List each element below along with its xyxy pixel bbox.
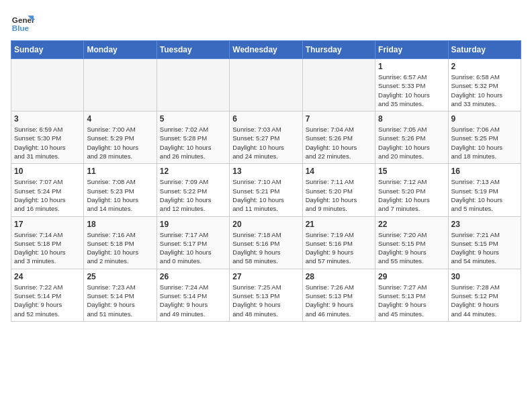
- day-info: Sunrise: 7:21 AM Sunset: 5:15 PM Dayligh…: [451, 230, 518, 266]
- calendar-cell: 3Sunrise: 6:59 AM Sunset: 5:30 PM Daylig…: [11, 111, 84, 164]
- calendar-cell: 14Sunrise: 7:11 AM Sunset: 5:20 PM Dayli…: [302, 164, 375, 216]
- day-number: 10: [14, 167, 81, 176]
- calendar-cell: 8Sunrise: 7:05 AM Sunset: 5:26 PM Daylig…: [375, 111, 448, 164]
- day-info: Sunrise: 7:02 AM Sunset: 5:28 PM Dayligh…: [160, 125, 226, 161]
- day-info: Sunrise: 7:11 AM Sunset: 5:20 PM Dayligh…: [306, 177, 372, 213]
- page-header: General Blue: [11, 11, 521, 35]
- weekday-header-saturday: Saturday: [448, 41, 521, 59]
- calendar-cell: 21Sunrise: 7:19 AM Sunset: 5:16 PM Dayli…: [302, 216, 375, 269]
- calendar-cell: 7Sunrise: 7:04 AM Sunset: 5:26 PM Daylig…: [302, 111, 375, 164]
- day-number: 5: [160, 114, 226, 124]
- calendar-table: SundayMondayTuesdayWednesdayThursdayFrid…: [11, 40, 521, 322]
- logo: General Blue: [11, 11, 35, 35]
- svg-text:Blue: Blue: [12, 24, 30, 32]
- day-info: Sunrise: 7:14 AM Sunset: 5:18 PM Dayligh…: [14, 230, 81, 266]
- day-number: 21: [306, 220, 372, 229]
- day-number: 20: [232, 220, 299, 229]
- day-info: Sunrise: 7:09 AM Sunset: 5:22 PM Dayligh…: [160, 177, 226, 213]
- weekday-header-tuesday: Tuesday: [157, 41, 229, 59]
- calendar-cell: 4Sunrise: 7:00 AM Sunset: 5:29 PM Daylig…: [84, 111, 157, 164]
- day-info: Sunrise: 7:23 AM Sunset: 5:14 PM Dayligh…: [87, 283, 153, 318]
- calendar-cell: 20Sunrise: 7:18 AM Sunset: 5:16 PM Dayli…: [230, 216, 302, 269]
- calendar-cell: 30Sunrise: 7:28 AM Sunset: 5:12 PM Dayli…: [448, 269, 521, 321]
- calendar-week-5: 24Sunrise: 7:22 AM Sunset: 5:14 PM Dayli…: [11, 269, 521, 321]
- day-info: Sunrise: 7:00 AM Sunset: 5:29 PM Dayligh…: [87, 125, 153, 161]
- calendar-cell: [230, 59, 302, 111]
- day-number: 22: [378, 220, 445, 229]
- day-number: 17: [14, 220, 81, 229]
- day-number: 29: [378, 272, 445, 281]
- calendar-cell: 17Sunrise: 7:14 AM Sunset: 5:18 PM Dayli…: [11, 216, 84, 269]
- calendar-cell: 18Sunrise: 7:16 AM Sunset: 5:18 PM Dayli…: [84, 216, 157, 269]
- calendar-cell: 19Sunrise: 7:17 AM Sunset: 5:17 PM Dayli…: [157, 216, 229, 269]
- day-info: Sunrise: 7:06 AM Sunset: 5:25 PM Dayligh…: [451, 125, 518, 161]
- day-info: Sunrise: 7:04 AM Sunset: 5:26 PM Dayligh…: [306, 125, 372, 161]
- calendar-cell: 1Sunrise: 6:57 AM Sunset: 5:33 PM Daylig…: [375, 59, 448, 111]
- day-number: 19: [160, 220, 226, 229]
- day-number: 9: [451, 114, 518, 124]
- weekday-header-row: SundayMondayTuesdayWednesdayThursdayFrid…: [11, 41, 521, 59]
- day-info: Sunrise: 7:07 AM Sunset: 5:24 PM Dayligh…: [14, 177, 81, 213]
- day-number: 23: [451, 220, 518, 229]
- calendar-week-1: 1Sunrise: 6:57 AM Sunset: 5:33 PM Daylig…: [11, 59, 521, 111]
- weekday-header-thursday: Thursday: [302, 41, 375, 59]
- day-number: 16: [451, 167, 518, 176]
- day-info: Sunrise: 7:13 AM Sunset: 5:19 PM Dayligh…: [451, 177, 518, 213]
- calendar-cell: 16Sunrise: 7:13 AM Sunset: 5:19 PM Dayli…: [448, 164, 521, 216]
- calendar-cell: [11, 59, 84, 111]
- day-info: Sunrise: 6:59 AM Sunset: 5:30 PM Dayligh…: [14, 125, 81, 161]
- calendar-cell: 28Sunrise: 7:26 AM Sunset: 5:13 PM Dayli…: [302, 269, 375, 321]
- calendar-cell: 26Sunrise: 7:24 AM Sunset: 5:14 PM Dayli…: [157, 269, 229, 321]
- calendar-cell: [302, 59, 375, 111]
- day-number: 2: [451, 62, 518, 71]
- day-number: 11: [87, 167, 153, 176]
- logo-icon: General Blue: [11, 11, 35, 35]
- calendar-cell: 29Sunrise: 7:27 AM Sunset: 5:13 PM Dayli…: [375, 269, 448, 321]
- day-number: 1: [378, 62, 445, 71]
- calendar-cell: 12Sunrise: 7:09 AM Sunset: 5:22 PM Dayli…: [157, 164, 229, 216]
- calendar-cell: 22Sunrise: 7:20 AM Sunset: 5:15 PM Dayli…: [375, 216, 448, 269]
- day-info: Sunrise: 7:16 AM Sunset: 5:18 PM Dayligh…: [87, 230, 153, 266]
- day-info: Sunrise: 7:03 AM Sunset: 5:27 PM Dayligh…: [232, 125, 299, 161]
- day-info: Sunrise: 7:12 AM Sunset: 5:20 PM Dayligh…: [378, 177, 445, 213]
- weekday-header-friday: Friday: [375, 41, 448, 59]
- day-info: Sunrise: 7:20 AM Sunset: 5:15 PM Dayligh…: [378, 230, 445, 266]
- calendar-cell: 23Sunrise: 7:21 AM Sunset: 5:15 PM Dayli…: [448, 216, 521, 269]
- day-info: Sunrise: 7:17 AM Sunset: 5:17 PM Dayligh…: [160, 230, 226, 266]
- day-number: 18: [87, 220, 153, 229]
- day-info: Sunrise: 6:58 AM Sunset: 5:32 PM Dayligh…: [451, 73, 518, 108]
- calendar-week-3: 10Sunrise: 7:07 AM Sunset: 5:24 PM Dayli…: [11, 164, 521, 216]
- day-info: Sunrise: 7:26 AM Sunset: 5:13 PM Dayligh…: [306, 283, 372, 318]
- day-number: 28: [306, 272, 372, 281]
- day-info: Sunrise: 7:08 AM Sunset: 5:23 PM Dayligh…: [87, 177, 153, 213]
- day-number: 30: [451, 272, 518, 281]
- calendar-week-2: 3Sunrise: 6:59 AM Sunset: 5:30 PM Daylig…: [11, 111, 521, 164]
- day-number: 15: [378, 167, 445, 176]
- day-number: 6: [232, 114, 299, 124]
- calendar-cell: 2Sunrise: 6:58 AM Sunset: 5:32 PM Daylig…: [448, 59, 521, 111]
- day-number: 13: [232, 167, 299, 176]
- day-number: 8: [378, 114, 445, 124]
- weekday-header-sunday: Sunday: [11, 41, 84, 59]
- day-number: 24: [14, 272, 81, 281]
- day-info: Sunrise: 7:27 AM Sunset: 5:13 PM Dayligh…: [378, 283, 445, 318]
- day-info: Sunrise: 7:24 AM Sunset: 5:14 PM Dayligh…: [160, 283, 226, 318]
- calendar-cell: 25Sunrise: 7:23 AM Sunset: 5:14 PM Dayli…: [84, 269, 157, 321]
- calendar-cell: [84, 59, 157, 111]
- day-number: 25: [87, 272, 153, 281]
- day-number: 7: [306, 114, 372, 124]
- day-number: 26: [160, 272, 226, 281]
- calendar-cell: 27Sunrise: 7:25 AM Sunset: 5:13 PM Dayli…: [230, 269, 302, 321]
- day-number: 4: [87, 114, 153, 124]
- calendar-cell: 11Sunrise: 7:08 AM Sunset: 5:23 PM Dayli…: [84, 164, 157, 216]
- day-info: Sunrise: 7:25 AM Sunset: 5:13 PM Dayligh…: [232, 283, 299, 318]
- calendar-cell: 13Sunrise: 7:10 AM Sunset: 5:21 PM Dayli…: [230, 164, 302, 216]
- day-info: Sunrise: 7:22 AM Sunset: 5:14 PM Dayligh…: [14, 283, 81, 318]
- calendar-cell: 9Sunrise: 7:06 AM Sunset: 5:25 PM Daylig…: [448, 111, 521, 164]
- day-number: 12: [160, 167, 226, 176]
- day-number: 14: [306, 167, 372, 176]
- day-number: 3: [14, 114, 81, 124]
- calendar-cell: 15Sunrise: 7:12 AM Sunset: 5:20 PM Dayli…: [375, 164, 448, 216]
- calendar-cell: 24Sunrise: 7:22 AM Sunset: 5:14 PM Dayli…: [11, 269, 84, 321]
- weekday-header-monday: Monday: [84, 41, 157, 59]
